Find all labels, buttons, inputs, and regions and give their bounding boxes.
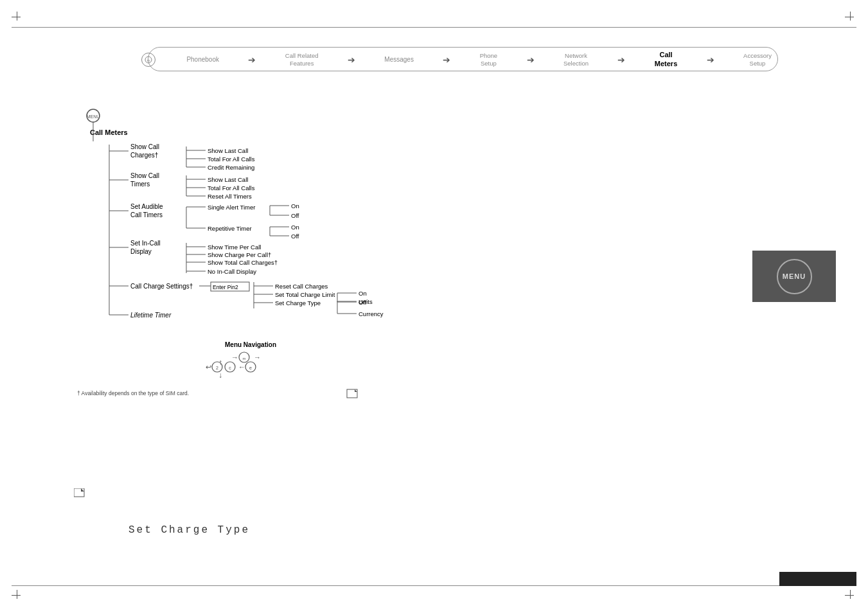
svg-text:Menu Navigation: Menu Navigation (225, 341, 276, 348)
nav-arrow-3: ➔ (443, 55, 450, 65)
svg-text:2: 2 (216, 366, 218, 370)
svg-text:Set Total Charge Limit: Set Total Charge Limit (275, 291, 335, 298)
svg-text:Set Charge Type: Set Charge Type (275, 299, 321, 306)
svg-rect-100 (74, 488, 84, 497)
svg-text:Off: Off (291, 233, 299, 240)
nav-item-messages[interactable]: Messages (384, 56, 414, 64)
svg-text:Single Alert Timer: Single Alert Timer (208, 204, 255, 211)
svg-text:Show Call: Show Call (130, 172, 159, 179)
corner-mark-tl (12, 12, 23, 23)
svg-text:Total For All Calls: Total For All Calls (208, 184, 255, 191)
svg-text:Set In-Call: Set In-Call (130, 240, 161, 247)
svg-marker-99 (355, 389, 357, 392)
nav-item-call-related[interactable]: Call Related Features (285, 52, 319, 67)
svg-text:†  Availability depends on the: † Availability depends on the type of SI… (77, 390, 189, 396)
main-diagram: MENU Call Meters Show Call Charges† Show… (71, 103, 533, 437)
svg-text:On: On (359, 290, 367, 297)
svg-text:m: m (243, 357, 246, 360)
corner-mark-bl (12, 590, 23, 601)
svg-text:No In-Call Display: No In-Call Display (208, 268, 256, 275)
svg-text:Call Meters: Call Meters (90, 129, 128, 136)
svg-text:Off: Off (291, 212, 299, 219)
page-icon-area (74, 488, 87, 500)
svg-text:MENU: MENU (87, 114, 100, 119)
svg-text:Show Total Call Charges†: Show Total Call Charges† (208, 259, 278, 266)
nav-item-phonebook[interactable]: Phonebook (186, 56, 219, 64)
nav-bar: m Phonebook ➔ Call Related Features ➔ Me… (128, 42, 784, 77)
corner-mark-tr (845, 12, 856, 23)
svg-marker-101 (81, 488, 84, 492)
svg-text:Timers: Timers (130, 181, 150, 188)
svg-text:c: c (229, 366, 231, 370)
svg-text:On: On (291, 224, 299, 231)
svg-text:Show Charge Per Call†: Show Charge Per Call† (208, 251, 271, 258)
nav-item-phone-setup[interactable]: Phone Setup (480, 52, 497, 67)
svg-text:←: ← (238, 363, 245, 371)
corner-mark-br (845, 590, 856, 601)
nav-arrow-5: ➔ (617, 55, 625, 65)
svg-text:Call Charge Settings†: Call Charge Settings† (130, 283, 193, 290)
menu-button[interactable]: MENU (777, 259, 812, 294)
svg-text:Units: Units (359, 298, 373, 305)
svg-text:→: → (254, 353, 261, 361)
svg-text:Display: Display (130, 248, 152, 255)
svg-text:On: On (291, 202, 299, 209)
nav-arrow-2: ➔ (348, 55, 355, 65)
svg-text:Lifetime Timer: Lifetime Timer (130, 312, 172, 319)
svg-text:Set Audible: Set Audible (130, 203, 163, 210)
svg-text:Show Time Per Call: Show Time Per Call (208, 244, 261, 251)
nav-item-accessory[interactable]: Accessory Setup (743, 52, 772, 67)
black-bar (779, 572, 856, 586)
svg-text:Call Timers: Call Timers (130, 211, 163, 218)
svg-text:↓: ↓ (218, 371, 222, 380)
svg-text:Currency: Currency (359, 310, 384, 317)
nav-item-network[interactable]: Network Selection (563, 52, 589, 67)
svg-text:Reset Call Charges: Reset Call Charges (275, 283, 328, 290)
border-top (12, 27, 856, 28)
nav-items: m Phonebook ➔ Call Related Features ➔ Me… (128, 42, 784, 77)
nav-arrow-4: ➔ (527, 55, 535, 65)
menu-button-area: MENU (752, 251, 836, 302)
svg-text:Repetitive Timer: Repetitive Timer (208, 225, 252, 232)
svg-text:Credit Remaining: Credit Remaining (208, 164, 254, 171)
nav-item-call-meters[interactable]: Call Meters (655, 51, 677, 67)
svg-text:Enter Pin2: Enter Pin2 (213, 284, 238, 290)
svg-text:Show Call: Show Call (130, 143, 159, 150)
nav-menu-icon: m (141, 53, 155, 67)
svg-text:Reset All Timers: Reset All Timers (208, 193, 252, 200)
border-bottom (12, 585, 856, 586)
nav-arrow-1: ➔ (248, 55, 256, 65)
svg-text:Show Last Call: Show Last Call (208, 147, 248, 154)
svg-text:Show Last Call: Show Last Call (208, 176, 248, 183)
svg-text:Charges†: Charges† (130, 152, 158, 159)
set-charge-type-label: Set Charge Type (128, 524, 250, 536)
svg-text:m: m (147, 58, 150, 62)
svg-text:→: → (231, 353, 238, 361)
svg-text:↩: ↩ (206, 363, 211, 371)
nav-arrow-6: ➔ (707, 55, 714, 65)
svg-text:e: e (249, 366, 252, 370)
svg-text:Total For All Calls: Total For All Calls (208, 155, 255, 163)
